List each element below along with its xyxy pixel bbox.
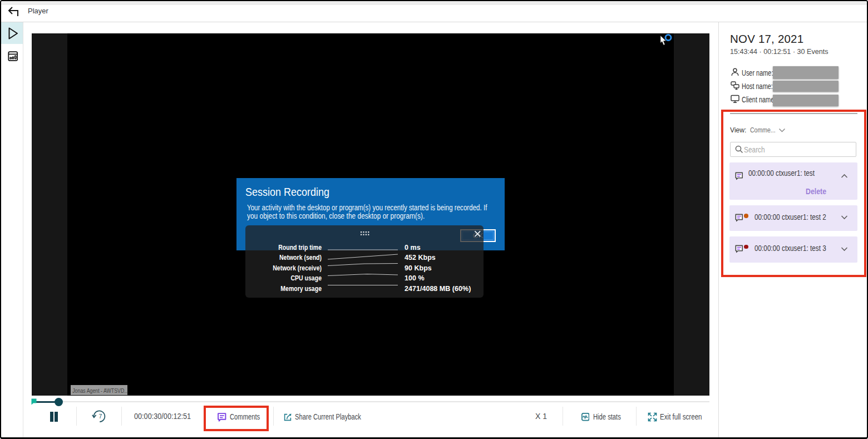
svg-text:7: 7 xyxy=(98,412,102,419)
